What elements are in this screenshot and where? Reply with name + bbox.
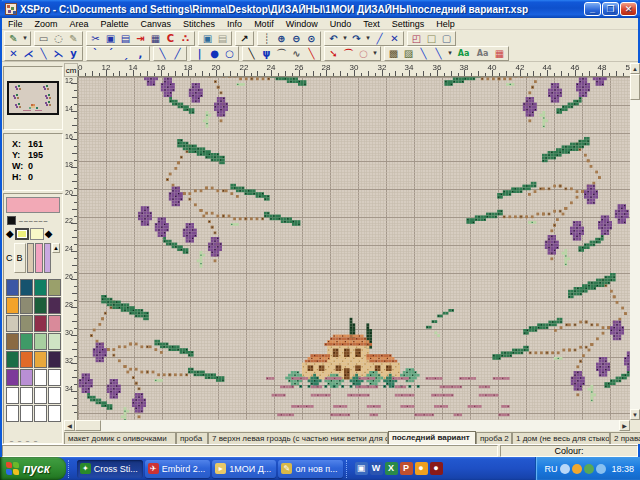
horizontal-scrollbar[interactable]: ◀ ▶ (64, 420, 630, 431)
design-tab-6[interactable]: 2 правая ниж гр (610, 432, 640, 444)
palette-swatch-28[interactable] (6, 405, 19, 422)
ellipse-dropdown[interactable]: ▾ (371, 47, 379, 60)
select-rect-icon[interactable]: ▭ (36, 32, 51, 45)
redo-icon[interactable]: ↷ (349, 32, 364, 45)
delete-icon[interactable]: ✕ (387, 32, 402, 45)
blend-diamond-right-icon[interactable]: ◆ (45, 228, 53, 240)
menu-window[interactable]: Window (280, 19, 324, 29)
redo-dropdown[interactable]: ▾ (364, 32, 372, 45)
pencil-dropdown[interactable]: ▾ (21, 32, 29, 45)
lazy-daisy-icon[interactable]: ∿ (289, 47, 304, 60)
pattern-preview[interactable] (3, 66, 63, 130)
blend-color-selected[interactable] (15, 228, 29, 240)
motif-a-icon[interactable]: ▩ (386, 47, 401, 60)
design-tab-2[interactable]: 7 верхн левая гроздь (с частью ниж ветки… (208, 432, 388, 444)
backstitch-up-icon[interactable]: ╱ (170, 47, 185, 60)
menu-palette[interactable]: Palette (95, 19, 135, 29)
display-mode-icon[interactable]: ▣ (200, 32, 215, 45)
palette-swatch-15[interactable] (48, 333, 61, 350)
mirror-icon[interactable]: ∴ (178, 32, 193, 45)
zoom-actual-icon[interactable]: ⊙ (304, 32, 319, 45)
palette-swatch-3[interactable] (48, 279, 61, 296)
select-lasso-icon[interactable]: ◌ (51, 32, 66, 45)
new-page-icon[interactable]: □ (424, 32, 439, 45)
scroll-down-button[interactable]: ▼ (630, 409, 640, 420)
petite-tl-icon[interactable]: ˋ (88, 47, 103, 60)
palette-swatch-0[interactable] (6, 279, 19, 296)
quarter-cross-icon[interactable]: y (66, 47, 81, 60)
cut-icon[interactable]: ✂ (88, 32, 103, 45)
palette-swatch-17[interactable] (20, 351, 33, 368)
three-quarter-icon[interactable]: ⋋ (51, 47, 66, 60)
undo-icon[interactable]: ↶ (326, 32, 341, 45)
menu-text[interactable]: Text (357, 19, 386, 29)
vertical-stitch-icon[interactable]: | (192, 47, 207, 60)
menu-help[interactable]: Help (430, 19, 461, 29)
save-palette-icon[interactable]: ◰ (409, 32, 424, 45)
tray-icon-2[interactable] (584, 464, 594, 474)
thread-swatch[interactable] (44, 243, 52, 273)
language-indicator[interactable]: RU (544, 464, 557, 474)
task-button-0[interactable]: ✦Cross Sti... (77, 460, 143, 478)
scroll-right-button[interactable]: ▶ (619, 420, 630, 431)
qip-icon[interactable]: ● (415, 462, 428, 475)
special-a-icon[interactable]: ╲ (416, 47, 431, 60)
backstitch-color-swatch[interactable] (7, 216, 16, 225)
close-button[interactable]: ✕ (620, 2, 637, 16)
design-tab-1[interactable]: проба (176, 432, 208, 444)
task-button-2[interactable]: ▸1МОИ Д... (212, 460, 276, 478)
palette-swatch-19[interactable] (48, 351, 61, 368)
longstitch-icon[interactable]: ╲ (244, 47, 259, 60)
pointer-icon[interactable]: ↗ (237, 32, 252, 45)
design-tab-4[interactable]: проба 2 (476, 432, 512, 444)
palette-swatch-1[interactable] (20, 279, 33, 296)
vertical-scroll-thumb[interactable] (630, 74, 640, 100)
arc-stitch-icon[interactable]: ⌒ (274, 47, 289, 60)
palette-swatch-14[interactable] (34, 333, 47, 350)
zoom-in-icon[interactable]: ⊕ (274, 32, 289, 45)
palette-swatch-6[interactable] (34, 297, 47, 314)
menu-motif[interactable]: Motif (248, 19, 280, 29)
palette-swatch-12[interactable] (6, 333, 19, 350)
scroll-left-button[interactable]: ◀ (64, 420, 75, 431)
start-button[interactable]: пуск (0, 457, 66, 480)
palette-swatch-8[interactable] (6, 315, 19, 332)
task-button-1[interactable]: ✈Embird 2... (145, 460, 211, 478)
palette-swatch-10[interactable] (34, 315, 47, 332)
palette-swatch-24[interactable] (6, 387, 19, 404)
palette-swatch-11[interactable] (48, 315, 61, 332)
tray-icon-1[interactable] (572, 464, 582, 474)
diag-red-icon[interactable]: ╲ (304, 47, 319, 60)
blend-diamond-left-icon[interactable]: ◆ (6, 228, 14, 240)
special-dropdown[interactable]: ▾ (446, 47, 454, 60)
ellipse-icon[interactable]: ○ (356, 47, 371, 60)
motif-b-icon[interactable]: ▨ (401, 47, 416, 60)
palette-swatch-26[interactable] (34, 387, 47, 404)
clock[interactable]: 18:38 (611, 464, 634, 474)
half-cross-tl-icon[interactable]: ⋌ (21, 47, 36, 60)
excel-icon[interactable]: X (385, 462, 398, 475)
title-bar[interactable]: XSPro - C:\Documents and Settings\Rimma\… (0, 0, 640, 18)
powerpoint-icon[interactable]: P (400, 462, 413, 475)
palette-swatch-7[interactable] (48, 297, 61, 314)
design-canvas[interactable] (78, 77, 630, 420)
petite-br-icon[interactable]: , (133, 47, 148, 60)
blend-color-alt[interactable] (30, 228, 44, 240)
palette-swatch-9[interactable] (20, 315, 33, 332)
palette-swatch-29[interactable] (20, 405, 33, 422)
paste-icon[interactable]: ▤ (118, 32, 133, 45)
word-icon[interactable]: W (370, 462, 383, 475)
task-button-3[interactable]: ✎ол нов п... (278, 460, 342, 478)
zoom-out-icon[interactable]: ⊖ (289, 32, 304, 45)
thread-swatch[interactable] (27, 243, 35, 273)
bead-icon[interactable]: ○ (222, 47, 237, 60)
select-edit-icon[interactable]: ✎ (66, 32, 81, 45)
tray-icon-0[interactable] (560, 464, 570, 474)
special-b-icon[interactable]: ╲ (431, 47, 446, 60)
petite-bl-icon[interactable]: ˏ (118, 47, 133, 60)
thread-swatch[interactable] (35, 243, 43, 273)
backstitch-style-sample[interactable]: –––––– (19, 217, 48, 224)
current-color-swatch[interactable] (6, 197, 60, 213)
design-tab-5[interactable]: 1 дом (не весь для стыковки) (512, 432, 610, 444)
text-plain-icon[interactable]: Aa (473, 47, 492, 60)
